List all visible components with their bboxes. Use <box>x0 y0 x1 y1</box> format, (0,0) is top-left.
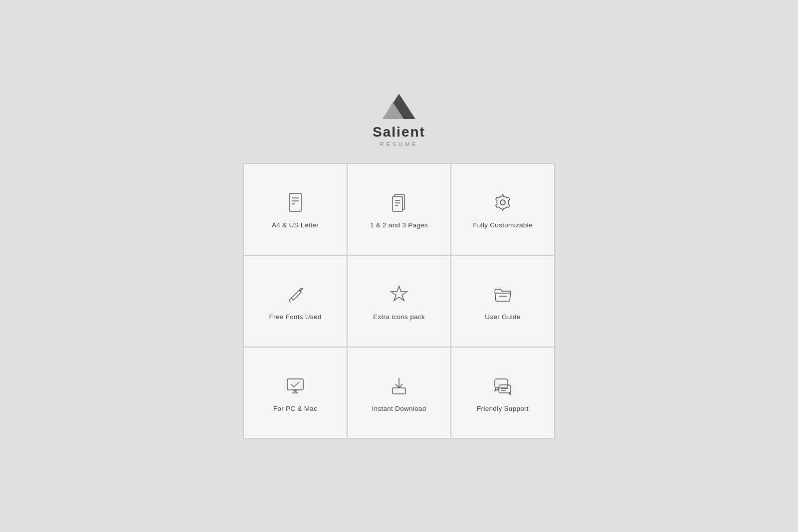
svg-line-13 <box>289 298 291 300</box>
pencil-icon <box>283 282 307 306</box>
svg-line-14 <box>289 300 290 302</box>
brand-name: Salient <box>373 124 425 140</box>
feature-label: User Guide <box>485 313 520 321</box>
svg-rect-22 <box>393 388 405 394</box>
feature-label: Friendly Support <box>477 405 529 412</box>
feature-cell-user-guide: User Guide <box>451 255 555 347</box>
svg-rect-7 <box>393 196 402 211</box>
feature-cell-pages: 1 & 2 and 3 Pages <box>347 164 451 255</box>
gear-icon <box>491 190 515 214</box>
feature-cell-friendly-support: Friendly Support <box>451 347 555 439</box>
feature-cell-free-fonts: Free Fonts Used <box>243 255 347 347</box>
svg-rect-24 <box>495 379 508 388</box>
monitor-icon <box>283 374 307 398</box>
logo-section: Salient RESUME <box>373 93 425 147</box>
feature-cell-icons-pack: Extra icons pack <box>347 255 451 347</box>
document-icon <box>283 190 307 214</box>
feature-label: A4 & US Letter <box>272 221 319 229</box>
feature-grid: A4 & US Letter 1 & 2 and 3 Pages Fully C <box>243 163 555 439</box>
svg-marker-15 <box>391 286 407 301</box>
feature-cell-customizable: Fully Customizable <box>451 164 555 255</box>
feature-label: Free Fonts Used <box>269 313 321 321</box>
feature-label: Extra icons pack <box>373 313 425 321</box>
star-icon <box>387 282 411 306</box>
svg-rect-18 <box>287 379 303 390</box>
chat-icon <box>491 374 515 398</box>
svg-rect-25 <box>499 385 511 393</box>
feature-label: 1 & 2 and 3 Pages <box>370 221 428 229</box>
feature-cell-a4-us-letter: A4 & US Letter <box>243 164 347 255</box>
feature-cell-instant-download: Instant Download <box>347 347 451 439</box>
svg-point-12 <box>500 200 505 205</box>
feature-cell-pc-mac: For PC & Mac <box>243 347 347 439</box>
brand-subtitle: RESUME <box>380 141 418 147</box>
feature-label: Fully Customizable <box>473 221 532 229</box>
logo-icon <box>382 93 416 120</box>
feature-label: Instant Download <box>372 405 426 412</box>
download-icon <box>387 374 411 398</box>
feature-label: For PC & Mac <box>273 405 317 412</box>
svg-rect-2 <box>289 193 301 211</box>
folder-icon <box>491 282 515 306</box>
pages-icon <box>387 190 411 214</box>
